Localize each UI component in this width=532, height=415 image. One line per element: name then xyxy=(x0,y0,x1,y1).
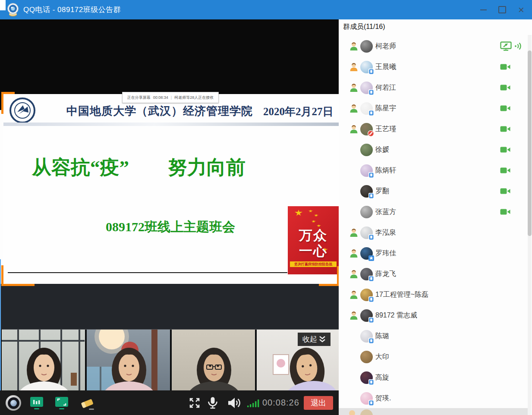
call-timer: 00:08:26 xyxy=(262,390,299,415)
participant-video-thumbnail[interactable] xyxy=(2,330,85,391)
call-stage: 中国地质大学（武汉）经济管理学院 2020年2月27日 从容抗“疫” 努力向前 … xyxy=(0,19,339,415)
member-row[interactable]: 陈星宇 xyxy=(339,98,532,119)
presence-person-icon xyxy=(349,41,359,51)
member-row[interactable]: 张蓝方 xyxy=(339,201,532,222)
member-status xyxy=(349,331,359,341)
member-status xyxy=(349,207,359,217)
webcam-icon xyxy=(6,3,19,17)
maximize-button[interactable] xyxy=(496,3,509,16)
member-row[interactable]: 陈炳轩 xyxy=(339,160,532,181)
member-row[interactable]: 王艺瑾 xyxy=(339,119,532,139)
avatar xyxy=(360,247,373,260)
microphone-button[interactable] xyxy=(205,395,221,411)
video-camera-icon xyxy=(500,63,510,70)
scrollbar-thumb[interactable] xyxy=(528,50,532,236)
member-status xyxy=(349,393,359,403)
presence-person-icon xyxy=(349,248,359,258)
member-row[interactable]: 贺瑛. xyxy=(339,388,532,409)
members-scrollbar[interactable] xyxy=(528,35,532,415)
slide-header-rule xyxy=(3,123,339,126)
member-status xyxy=(349,228,359,237)
stage-background xyxy=(0,284,339,329)
video-camera-icon xyxy=(500,188,510,195)
speaker-icon xyxy=(227,396,242,410)
member-status xyxy=(349,248,359,258)
video-camera-icon xyxy=(500,167,510,174)
member-name: 高旋 xyxy=(375,373,389,382)
member-row[interactable]: 罗玮佳 xyxy=(339,243,532,264)
avatar xyxy=(360,206,373,218)
member-row[interactable]: 高旋 xyxy=(339,367,532,388)
member-status xyxy=(349,186,359,196)
camera-lens-icon xyxy=(6,395,21,411)
collapse-strip-button[interactable]: 收起 xyxy=(298,333,331,346)
member-status xyxy=(349,269,359,279)
member-name: 王艺瑾 xyxy=(375,125,396,134)
member-name: 陈炳轩 xyxy=(375,166,396,175)
member-row[interactable]: 徐媛 xyxy=(339,139,532,160)
collapse-label: 收起 xyxy=(302,334,317,344)
member-row[interactable]: 17工程管理~陈磊 xyxy=(339,284,532,305)
signal-bars-icon xyxy=(247,398,260,408)
member-row[interactable]: 何若江 xyxy=(339,77,532,98)
mobile-badge xyxy=(368,400,374,406)
fullscreen-arrows-icon xyxy=(188,396,201,410)
presence-person-icon xyxy=(349,290,359,299)
video-camera-icon xyxy=(500,126,510,132)
member-row[interactable]: 薛龙飞 xyxy=(339,264,532,284)
slide-subtitle: 089172班线上主题班会 xyxy=(106,218,235,236)
avatar xyxy=(360,123,373,135)
window-edge xyxy=(0,110,3,284)
avatar xyxy=(360,268,373,280)
member-row[interactable]: 89172 雷志威 xyxy=(339,305,532,326)
shared-slide: 中国地质大学（武汉）经济管理学院 2020年2月27日 从容抗“疫” 努力向前 … xyxy=(3,94,339,284)
share-frame-corner xyxy=(1,92,15,114)
poster-line1: 万众 xyxy=(288,229,339,243)
member-row[interactable]: 大印 xyxy=(339,346,532,367)
fullscreen-button[interactable] xyxy=(186,395,203,411)
member-call-status xyxy=(500,181,510,201)
screen-demo-button[interactable] xyxy=(28,395,45,411)
mobile-badge xyxy=(368,317,374,323)
member-call-status xyxy=(500,98,510,119)
slide-title: 从容抗“疫” 努力向前 xyxy=(32,154,317,180)
presence-person-icon xyxy=(349,62,359,72)
member-name: 陈璐 xyxy=(375,332,389,341)
member-name: 徐媛 xyxy=(375,145,389,154)
member-row[interactable]: 陈璐 xyxy=(339,326,532,346)
microphone-icon xyxy=(206,396,220,410)
member-row[interactable]: 柯老师 xyxy=(339,36,532,57)
whiteboard-button[interactable] xyxy=(79,395,95,411)
exit-call-button[interactable]: 退出 xyxy=(304,396,333,410)
member-name: 薛龙飞 xyxy=(375,270,396,279)
sharing-receivers: 柯老师等28人正在接收 xyxy=(174,95,214,101)
minimize-button[interactable] xyxy=(477,3,490,16)
participant-video-thumbnail[interactable] xyxy=(87,330,170,391)
monitor-fullscreen-icon xyxy=(54,395,70,411)
member-status xyxy=(349,83,359,92)
camera-toggle-button[interactable] xyxy=(5,395,22,411)
sharing-banner: 正在分享屏幕 00:08:34 | 柯老师等28人正在接收 xyxy=(122,92,219,103)
mobile-badge xyxy=(368,89,374,95)
avatar xyxy=(360,185,373,198)
share-screen-button[interactable] xyxy=(54,395,70,411)
close-button[interactable]: × xyxy=(515,3,528,16)
avatar xyxy=(360,330,373,343)
members-list: 柯老师 王晨曦 何若江 xyxy=(339,36,532,409)
participant-video-thumbnail[interactable] xyxy=(172,330,255,391)
member-status xyxy=(349,373,359,382)
member-row-partial[interactable] xyxy=(339,408,528,415)
member-name: 罗翻 xyxy=(375,187,389,196)
mobile-badge xyxy=(368,338,374,344)
member-row[interactable]: 罗翻 xyxy=(339,181,532,201)
member-row[interactable]: 王晨曦 xyxy=(339,57,532,77)
member-name: 陈星宇 xyxy=(375,104,396,113)
mobile-badge xyxy=(368,296,374,302)
window-edge-highlight xyxy=(0,259,1,406)
members-header: 群成员(11/16) xyxy=(343,22,385,31)
eraser-icon xyxy=(79,395,96,412)
member-row[interactable]: 李泓泉 xyxy=(339,222,532,243)
qq-call-window: QQ电话 - 089172班级公告群 × 中国地质大学（武汉）经济管理学院 20… xyxy=(0,0,532,415)
avatar xyxy=(360,371,373,384)
speaker-button[interactable] xyxy=(226,395,242,411)
